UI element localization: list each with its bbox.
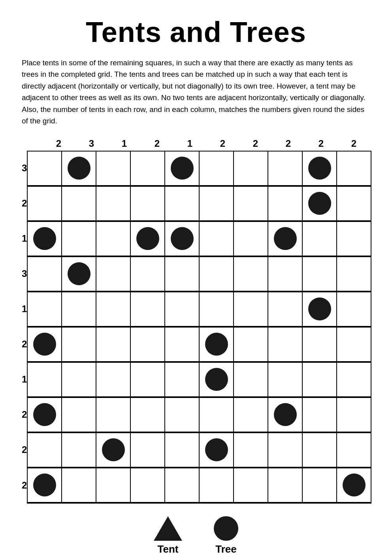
grid-cell: [200, 257, 234, 292]
tent-label: Tent: [158, 543, 179, 555]
grid-cell: [234, 468, 268, 503]
grid-cell: [165, 257, 200, 292]
grid-cell: [337, 328, 371, 362]
grid-cell: [96, 398, 131, 432]
grid-cell: [303, 257, 337, 292]
grid-cell: [28, 222, 62, 256]
grid-cell: [234, 292, 268, 327]
grid-cell: [28, 292, 62, 327]
tree-circle: [308, 192, 331, 215]
row-label: 2: [22, 339, 27, 350]
grid-cell: [131, 257, 165, 292]
grid-cell: [268, 257, 303, 292]
col-header: 1: [108, 138, 141, 151]
row-label: 1: [22, 233, 27, 244]
tree-circle: [171, 227, 194, 250]
tree-circle: [205, 333, 228, 356]
grid-row: 2: [22, 327, 370, 362]
grid-cell: [96, 433, 131, 468]
grid-cell: [131, 328, 165, 362]
tree-circle: [308, 157, 331, 180]
grid-cell: [268, 328, 303, 362]
grid-cell: [303, 187, 337, 221]
tree-circle: [68, 262, 90, 285]
tree-circle: [171, 157, 194, 180]
col-header: 2: [42, 138, 75, 151]
grid-cell: [303, 433, 337, 468]
grid-cell: [337, 222, 371, 256]
grid-cell: [96, 152, 131, 186]
grid-cell: [268, 292, 303, 327]
grid-cell: [234, 433, 268, 468]
grid-cell: [131, 398, 165, 432]
row-label: 3: [22, 268, 27, 279]
grid-cell: [268, 468, 303, 503]
tree-circle: [136, 227, 159, 250]
grid-cell: [200, 398, 234, 432]
grid-cell: [234, 328, 268, 362]
grid-cell: [96, 468, 131, 503]
grid-cell: [62, 292, 96, 327]
grid-cell: [62, 187, 96, 221]
grid-cell: [28, 433, 62, 468]
grid-cell: [268, 222, 303, 256]
legend: Tent Tree: [22, 516, 370, 555]
grid-cell: [165, 433, 200, 468]
grid-cell: [268, 187, 303, 221]
description-text: Place tents in some of the remaining squ…: [22, 57, 370, 127]
grid-cell: [234, 187, 268, 221]
grid-cell: [131, 468, 165, 503]
col-header: 2: [305, 138, 337, 151]
grid-row: 2: [22, 432, 370, 468]
grid-cell: [234, 257, 268, 292]
grid-cell: [303, 398, 337, 432]
tent-legend-item: Tent: [154, 516, 182, 555]
grid-cell: [337, 292, 371, 327]
grid-cell: [200, 468, 234, 503]
page-title: Tents and Trees: [22, 16, 370, 48]
grid-cell: [96, 292, 131, 327]
grid-row: 2: [22, 186, 370, 221]
grid-cells-row: [27, 256, 371, 292]
grid-cells-row: [27, 432, 371, 468]
row-label: 2: [22, 409, 27, 420]
grid-cell: [234, 222, 268, 256]
tree-circle: [33, 403, 56, 426]
grid-cell: [28, 398, 62, 432]
grid-cell: [62, 328, 96, 362]
grid-cell: [131, 152, 165, 186]
grid-cell: [337, 257, 371, 292]
grid-row: 3: [22, 151, 370, 186]
grid-cell: [200, 222, 234, 256]
grid-cell: [131, 433, 165, 468]
grid-cells-row: [27, 397, 371, 432]
grid-row: 1: [22, 221, 370, 256]
grid-cell: [62, 468, 96, 503]
row-label: 1: [22, 374, 27, 385]
grid-cell: [62, 222, 96, 256]
grid-cell: [165, 363, 200, 397]
grid-cell: [337, 398, 371, 432]
grid-cell: [131, 292, 165, 327]
tree-circle: [274, 227, 297, 250]
col-header: 2: [272, 138, 305, 151]
grid-cell: [28, 187, 62, 221]
grid-cell: [165, 222, 200, 256]
col-header: 3: [75, 138, 108, 151]
grid-cell: [303, 152, 337, 186]
tree-icon: [214, 516, 238, 541]
grid-cells-row: [27, 362, 371, 397]
row-label: 1: [22, 303, 27, 314]
grid-cell: [131, 187, 165, 221]
grid-row: 1: [22, 292, 370, 327]
grid-cell: [303, 363, 337, 397]
grid-cell: [200, 152, 234, 186]
grid-cells-row: [27, 221, 371, 256]
grid-cell: [337, 152, 371, 186]
grid-cell: [200, 328, 234, 362]
tree-circle: [205, 368, 228, 391]
tree-circle: [102, 438, 125, 461]
grid-cell: [234, 363, 268, 397]
page: Tents and Trees Place tents in some of t…: [0, 0, 392, 555]
grid-cell: [234, 152, 268, 186]
